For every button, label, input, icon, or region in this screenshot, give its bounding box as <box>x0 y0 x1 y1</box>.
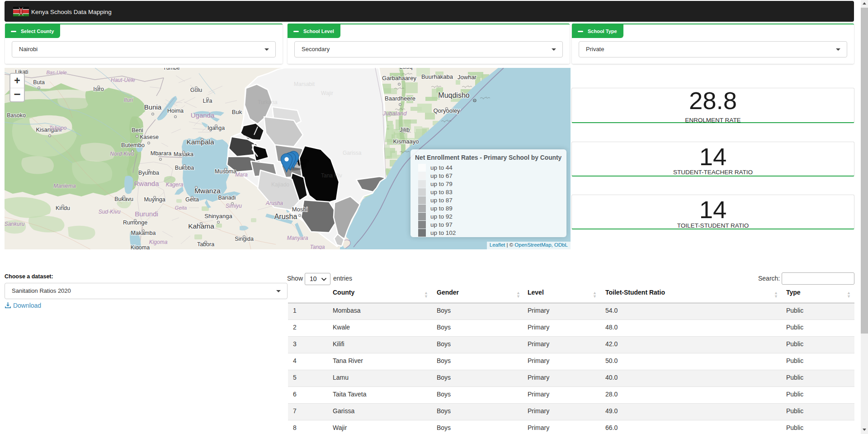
svg-text:Shinyanga: Shinyanga <box>204 213 232 219</box>
svg-text:Yumbe: Yumbe <box>163 68 180 71</box>
svg-text:Burundi: Burundi <box>135 210 158 218</box>
svg-text:Marsabit: Marsabit <box>294 81 315 87</box>
svg-text:Sankuru: Sankuru <box>5 221 25 227</box>
svg-text:Buta: Buta <box>33 79 45 86</box>
svg-text:Butembo: Butembo <box>121 142 145 148</box>
svg-text:Bas-Uele: Bas-Uele <box>46 70 66 75</box>
svg-text:Geita: Geita <box>175 205 187 210</box>
svg-text:Manyara: Manyara <box>287 235 308 241</box>
svg-text:Kampala: Kampala <box>186 138 214 146</box>
svg-text:Maniema: Maniema <box>53 183 76 189</box>
svg-text:Jubaland: Jubaland <box>382 110 407 117</box>
svg-text:Bariadi: Bariadi <box>218 195 236 201</box>
svg-text:Beni: Beni <box>132 127 143 134</box>
svg-text:Kasese: Kasese <box>140 134 159 140</box>
svg-text:Garissa: Garissa <box>343 150 362 156</box>
svg-text:Sud-Kivu: Sud-Kivu <box>99 209 121 215</box>
svg-text:Buk: Buk <box>232 109 242 115</box>
svg-text:Mwanza: Mwanza <box>194 187 221 195</box>
svg-text:Moshi: Moshi <box>292 206 308 213</box>
svg-text:Ituri: Ituri <box>124 97 133 103</box>
svg-text:Kajiado: Kajiado <box>271 181 289 188</box>
svg-text:Haut-Uele: Haut-Uele <box>111 77 135 83</box>
svg-text:Tanga: Tanga <box>310 244 325 249</box>
svg-text:Mbarara: Mbarara <box>151 150 172 157</box>
svg-text:Buurhakaba: Buurhakaba <box>421 73 453 80</box>
svg-text:Bunia: Bunia <box>144 103 162 111</box>
svg-text:Tana Riv: Tana Riv <box>321 172 342 179</box>
svg-text:Arusha: Arusha <box>274 213 297 220</box>
svg-text:Luuq: Luuq <box>400 68 413 70</box>
svg-text:Kagera: Kagera <box>166 181 184 188</box>
svg-text:Arusha: Arusha <box>265 200 283 206</box>
svg-text:Nord-Kivu: Nord-Kivu <box>110 151 134 157</box>
svg-text:Kigoma: Kigoma <box>149 239 168 245</box>
svg-text:Turkana: Turkana <box>258 99 278 105</box>
svg-text:Muqdisho: Muqdisho <box>438 91 469 99</box>
svg-text:Basoko: Basoko <box>7 112 26 119</box>
svg-text:Jowhar: Jowhar <box>458 74 477 81</box>
svg-text:Wajir: Wajir <box>321 90 333 96</box>
svg-text:Uganda: Uganda <box>191 111 215 119</box>
svg-text:Tshopo: Tshopo <box>49 125 67 131</box>
svg-text:Kismaayo: Kismaayo <box>393 138 419 145</box>
svg-text:Baardheere: Baardheere <box>385 95 415 102</box>
svg-text:Hoima: Hoima <box>167 108 184 114</box>
svg-text:Mara: Mara <box>235 172 248 178</box>
svg-text:Jilib: Jilib <box>400 126 410 133</box>
svg-text:Rwanda: Rwanda <box>134 180 159 187</box>
svg-text:Kigoma: Kigoma <box>131 244 150 249</box>
svg-text:Simiyu: Simiyu <box>226 203 242 209</box>
svg-text:Garbahaarey: Garbahaarey <box>382 75 416 81</box>
